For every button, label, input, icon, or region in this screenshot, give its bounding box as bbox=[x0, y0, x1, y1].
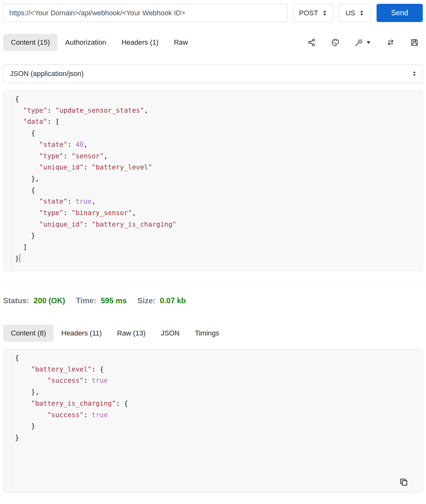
code-line: "unique_id": "battery_level" bbox=[15, 162, 419, 173]
caret-down-icon bbox=[366, 41, 371, 44]
time-label: Time: bbox=[76, 296, 96, 305]
copy-icon bbox=[399, 477, 409, 489]
code-line: { bbox=[15, 128, 419, 139]
code-line: "unique_id": "battery_is_charging" bbox=[15, 219, 419, 230]
editor-gutter bbox=[4, 91, 11, 271]
code-line: }, bbox=[15, 173, 419, 185]
tab-request-content[interactable]: Content (15) bbox=[3, 34, 57, 51]
code-line: "data": [ bbox=[15, 116, 419, 128]
tab-response-timings[interactable]: Timings bbox=[187, 325, 227, 342]
response-body-viewer[interactable]: { "battery_level": { "success": true }, … bbox=[3, 350, 423, 493]
region-select-value: US bbox=[346, 9, 355, 17]
code-line: "battery_is_charging": { bbox=[15, 398, 419, 410]
status-bar: Status: 200 (OK) Time: 595 ms Size: 0.07… bbox=[3, 296, 423, 305]
save-icon[interactable] bbox=[410, 38, 419, 47]
response-tab-row: Content (8) Headers (11) Raw (13) JSON T… bbox=[3, 325, 423, 342]
code-line: "success": true bbox=[15, 375, 419, 387]
updown-arrows-icon bbox=[322, 10, 327, 17]
status-value: 200 (OK) bbox=[34, 296, 65, 305]
tab-response-raw[interactable]: Raw (13) bbox=[109, 325, 153, 342]
code-line: "success": true bbox=[15, 410, 419, 421]
code-line: "type": "sensor", bbox=[15, 151, 419, 162]
response-body-code: { "battery_level": { "success": true }, … bbox=[12, 350, 422, 444]
section-divider bbox=[0, 287, 426, 287]
status-label: Status: bbox=[3, 296, 29, 305]
code-line: ] bbox=[15, 242, 419, 253]
updown-arrows-icon bbox=[413, 71, 416, 77]
method-select-value: POST bbox=[299, 9, 318, 17]
size-label: Size: bbox=[138, 296, 155, 305]
code-line: } bbox=[15, 253, 419, 265]
magic-wand-icon[interactable] bbox=[355, 38, 371, 47]
code-line: { bbox=[15, 94, 419, 105]
code-line: "state": true, bbox=[15, 196, 419, 207]
code-line: "type": "update_sensor_states", bbox=[15, 105, 419, 117]
tab-request-raw[interactable]: Raw bbox=[166, 34, 196, 51]
code-line: } bbox=[15, 421, 419, 432]
code-line: "state": 40, bbox=[15, 139, 419, 151]
tab-request-authorization[interactable]: Authorization bbox=[57, 34, 114, 51]
tab-response-json[interactable]: JSON bbox=[153, 325, 187, 342]
swap-arrows-icon[interactable] bbox=[386, 38, 395, 47]
updown-arrows-icon bbox=[359, 10, 364, 17]
tab-response-content[interactable]: Content (8) bbox=[3, 325, 54, 342]
code-line: { bbox=[15, 352, 419, 364]
palette-icon[interactable] bbox=[331, 38, 340, 47]
region-select[interactable]: US bbox=[339, 4, 371, 22]
url-input[interactable] bbox=[3, 4, 288, 22]
size-value: 0.07 kb bbox=[160, 296, 186, 305]
request-body-code: { "type": "update_sensor_states", "data"… bbox=[12, 91, 422, 265]
code-line: }, bbox=[15, 387, 419, 398]
code-line: { bbox=[15, 185, 419, 196]
request-bar: POST US Send bbox=[3, 4, 423, 22]
code-line: } bbox=[15, 432, 419, 444]
copy-button[interactable] bbox=[398, 477, 410, 489]
code-line: } bbox=[15, 230, 419, 242]
request-toolbar bbox=[307, 38, 423, 47]
tab-response-headers[interactable]: Headers (11) bbox=[54, 325, 109, 342]
body-type-select-value: JSON (application/json) bbox=[10, 70, 413, 78]
send-button[interactable]: Send bbox=[377, 4, 423, 22]
text-cursor bbox=[19, 254, 20, 262]
request-tab-row: Content (15) Authorization Headers (1) R… bbox=[3, 34, 423, 51]
method-select[interactable]: POST bbox=[293, 4, 333, 22]
code-line: "battery_level": { bbox=[15, 364, 419, 375]
viewer-gutter bbox=[4, 350, 11, 492]
code-line: "type": "binary_sensor", bbox=[15, 207, 419, 219]
body-type-select[interactable]: JSON (application/json) bbox=[3, 64, 423, 83]
tab-request-headers[interactable]: Headers (1) bbox=[114, 34, 166, 51]
request-body-editor[interactable]: { "type": "update_sensor_states", "data"… bbox=[3, 91, 423, 271]
share-icon[interactable] bbox=[307, 38, 316, 47]
time-value: 595 ms bbox=[101, 296, 127, 305]
